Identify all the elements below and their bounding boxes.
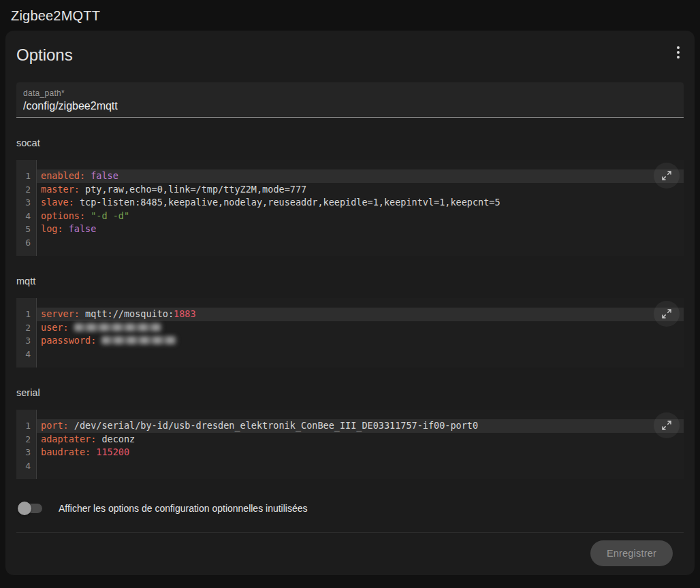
line-number: 3 <box>16 196 31 210</box>
code-line: baudrate: 115200 <box>37 446 684 459</box>
data-path-label: data_path* <box>23 88 677 98</box>
token-keyword: false <box>69 223 97 234</box>
expand-editor-button[interactable] <box>654 301 680 327</box>
code-content[interactable]: enabled: falsemaster: pty,raw,echo=0,lin… <box>37 160 684 256</box>
show-unused-options-row: Afficher les options de configuration op… <box>16 502 684 515</box>
line-number: 4 <box>16 210 31 223</box>
code-line <box>37 459 684 473</box>
section-title-serial: serial <box>16 387 684 398</box>
line-number: 5 <box>16 223 31 236</box>
code-line: paassword: <box>37 334 684 348</box>
card-header: Options <box>5 31 695 65</box>
token-plain <box>63 223 69 234</box>
app-header: Zigbee2MQTT <box>0 0 700 31</box>
card-title: Options <box>16 46 684 65</box>
line-number: 4 <box>16 459 31 473</box>
options-card: Options data_path* socat123456enabled: f… <box>5 31 695 575</box>
code-line: log: false <box>37 223 684 236</box>
serial-yaml-editor[interactable]: 1234port: /dev/serial/by-id/usb-dresden_… <box>16 410 684 479</box>
line-number: 2 <box>16 183 31 197</box>
redacted-value <box>101 336 176 344</box>
token-plain <box>85 170 91 181</box>
code-line <box>37 236 684 250</box>
line-number-gutter: 123456 <box>16 160 37 256</box>
mqtt-yaml-editor[interactable]: 1234server: mqtt://mosquito:1883user: pa… <box>16 298 684 368</box>
expand-editor-button[interactable] <box>654 412 680 438</box>
code-content[interactable]: server: mqtt://mosquito:1883user: paassw… <box>37 298 684 368</box>
kebab-menu-icon <box>677 46 680 59</box>
code-line: port: /dev/serial/by-id/usb-dresden_elek… <box>37 419 684 433</box>
code-line: enabled: false <box>37 169 684 183</box>
line-number: 1 <box>16 419 31 433</box>
line-number: 2 <box>16 321 31 335</box>
token-key: port: <box>41 420 69 431</box>
card-body: data_path* socat123456enabled: falsemast… <box>5 82 695 566</box>
token-key: master: <box>41 184 80 195</box>
line-number: 3 <box>16 446 31 459</box>
line-number: 6 <box>16 236 31 250</box>
config-section-mqtt: mqtt1234server: mqtt://mosquito:1883user… <box>16 276 684 368</box>
token-key: enabled: <box>41 170 85 181</box>
save-button[interactable]: Enregistrer <box>590 540 673 566</box>
line-number: 3 <box>16 334 31 348</box>
token-plain <box>85 210 91 221</box>
toggle-label: Afficher les options de configuration op… <box>59 503 308 514</box>
card-footer: Enregistrer <box>16 532 684 566</box>
token-number: 1883 <box>174 308 196 319</box>
code-line: options: "-d -d" <box>37 210 684 223</box>
arrow-expand-icon <box>661 308 673 320</box>
config-section-serial: serial1234port: /dev/serial/by-id/usb-dr… <box>16 387 684 479</box>
arrow-expand-icon <box>661 419 673 431</box>
code-line: user: <box>37 321 684 335</box>
token-plain <box>96 335 101 346</box>
app-title: Zigbee2MQTT <box>11 8 689 24</box>
token-plain: /dev/serial/by-id/usb-dresden_elektronik… <box>69 420 478 431</box>
line-number: 1 <box>16 169 31 183</box>
arrow-expand-icon <box>661 169 673 182</box>
line-number-gutter: 1234 <box>16 298 37 368</box>
token-plain: deconz <box>96 434 135 444</box>
token-plain <box>69 322 74 333</box>
line-number: 2 <box>16 433 31 446</box>
data-path-input[interactable] <box>23 100 677 112</box>
expand-editor-button[interactable] <box>654 163 680 189</box>
token-key: slave: <box>41 197 74 208</box>
token-plain: pty,raw,echo=0,link=/tmp/ttyZ2M,mode=777 <box>80 184 306 195</box>
token-string: "-d -d" <box>91 210 129 221</box>
token-key: paassword: <box>41 335 96 346</box>
code-line: adaptater: deconz <box>37 433 684 446</box>
token-key: server: <box>41 308 80 319</box>
show-unused-options-toggle[interactable] <box>18 502 42 515</box>
line-number: 4 <box>16 348 31 361</box>
data-path-field[interactable]: data_path* <box>16 82 684 118</box>
config-section-socat: socat123456enabled: falsemaster: pty,raw… <box>16 137 684 256</box>
code-line: slave: tcp-listen:8485,keepalive,nodelay… <box>37 196 684 210</box>
toggle-thumb-icon <box>18 502 31 515</box>
socat-yaml-editor[interactable]: 123456enabled: falsemaster: pty,raw,echo… <box>16 160 684 256</box>
token-key: log: <box>41 223 63 234</box>
sections: socat123456enabled: falsemaster: pty,raw… <box>16 137 684 479</box>
line-number-gutter: 1234 <box>16 410 37 479</box>
section-title-socat: socat <box>16 137 684 148</box>
token-keyword: false <box>91 170 118 181</box>
token-plain: mqtt://mosquito: <box>80 308 174 319</box>
code-content[interactable]: port: /dev/serial/by-id/usb-dresden_elek… <box>37 410 684 479</box>
token-number: 115200 <box>96 446 129 457</box>
line-number: 1 <box>16 308 31 321</box>
redacted-value <box>74 323 161 331</box>
token-key: user: <box>41 322 69 333</box>
code-line: master: pty,raw,echo=0,link=/tmp/ttyZ2M,… <box>37 183 684 197</box>
token-key: baudrate: <box>41 446 91 457</box>
section-title-mqtt: mqtt <box>16 276 684 287</box>
overflow-menu-button[interactable] <box>669 43 688 62</box>
code-line: server: mqtt://mosquito:1883 <box>37 308 684 321</box>
token-key: adaptater: <box>41 434 96 444</box>
token-plain: tcp-listen:8485,keepalive,nodelay,reusea… <box>74 197 500 208</box>
token-key: options: <box>41 210 85 221</box>
code-line <box>37 348 684 361</box>
